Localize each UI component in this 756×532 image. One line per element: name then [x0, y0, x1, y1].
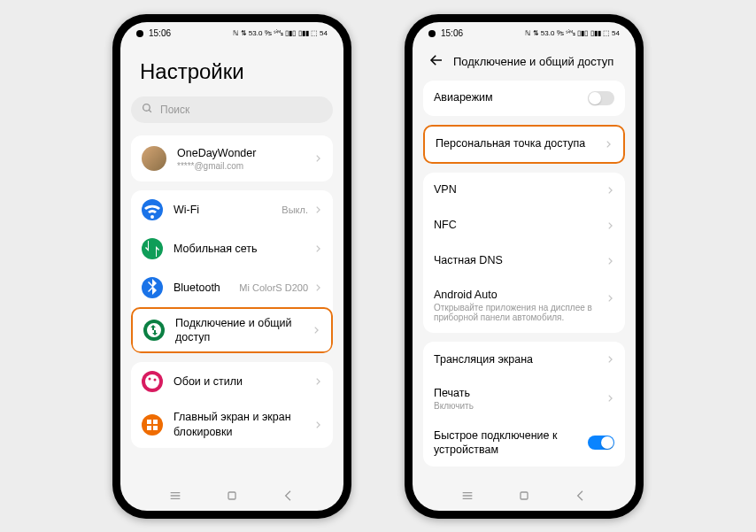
print-label: Печать [434, 386, 606, 400]
fast-label: Быстрое подключение к устройствам [434, 428, 588, 458]
svg-rect-12 [228, 492, 235, 499]
camera-hole [428, 30, 436, 37]
status-icons: ℕ ⇅ 53.0 ᴮ∕s ˢⁱᴹ₂ ▯▮▯ ▯▮▮ ⬚ 54 [525, 29, 620, 37]
clock: 15:06 [441, 28, 463, 38]
svg-point-2 [145, 374, 159, 389]
svg-rect-8 [153, 426, 158, 430]
hotspot-row[interactable]: Персональная точка доступа [425, 127, 623, 162]
chevron-right-icon [606, 351, 614, 367]
palette-icon [142, 371, 163, 392]
chevron-right-icon [313, 202, 322, 218]
print-row[interactable]: Печать Включить [423, 377, 625, 420]
nav-home-icon[interactable] [517, 489, 531, 506]
chevron-right-icon [606, 253, 614, 269]
svg-rect-6 [153, 420, 158, 424]
personalize-card: Обои и стили Главный экран и экран блоки… [131, 362, 333, 448]
chevron-right-icon [313, 150, 322, 166]
search-icon [142, 102, 153, 118]
share-icon [143, 320, 165, 341]
highlighted-row-2: Персональная точка доступа [423, 125, 625, 164]
hotspot-label: Персональная точка доступа [436, 136, 604, 150]
chevron-right-icon [606, 290, 614, 306]
mobile-row[interactable]: Мобильная сеть [131, 229, 333, 268]
wifi-row[interactable]: Wi-Fi Выкл. [131, 190, 333, 229]
android-auto-row[interactable]: Android Auto Открывайте приложения на ди… [423, 279, 625, 333]
wifi-label: Wi-Fi [174, 203, 282, 217]
search-input[interactable]: Поиск [131, 96, 333, 123]
nav-back-icon[interactable] [282, 489, 296, 506]
nav-menu-icon[interactable] [460, 489, 474, 506]
connection-sharing-row[interactable]: Подключение и общий доступ [133, 309, 331, 352]
svg-rect-5 [147, 420, 151, 424]
chevron-right-icon [604, 136, 613, 152]
bluetooth-row[interactable]: Bluetooth Mi ColorS D200 [131, 268, 333, 307]
bluetooth-icon [142, 277, 163, 298]
vpn-label: VPN [434, 182, 606, 197]
back-icon[interactable] [428, 52, 444, 72]
devices-card: Трансляция экрана Печать Включить Быстро… [423, 342, 625, 466]
dns-label: Частная DNS [434, 253, 606, 267]
airplane-label: Авиарежим [434, 90, 588, 104]
airplane-card: Авиарежим [423, 81, 625, 116]
search-placeholder: Поиск [160, 104, 189, 116]
nav-home-icon[interactable] [225, 489, 239, 506]
screen-header: Подключение и общий доступ [423, 45, 625, 81]
chevron-right-icon [313, 280, 322, 296]
bluetooth-value: Mi ColorS D200 [239, 282, 308, 293]
account-name: OneDayWonder [177, 146, 313, 160]
highlighted-row-1: Подключение и общий доступ [131, 307, 333, 354]
screen-right: 15:06 ℕ ⇅ 53.0 ᴮ∕s ˢⁱᴹ₂ ▯▮▯ ▯▮▮ ⬚ 54 Под… [413, 22, 636, 511]
svg-line-1 [149, 110, 151, 112]
svg-point-0 [143, 104, 150, 111]
chevron-right-icon [606, 218, 614, 234]
phone-left: 15:06 ℕ ⇅ 53.0 ᴮ∕s ˢⁱᴹ₂ ▯▮▯ ▯▮▮ ⬚ 54 Нас… [112, 14, 351, 519]
chevron-right-icon [606, 390, 614, 406]
connectivity-card: Wi-Fi Выкл. Мобильная сеть Bluetooth Mi … [131, 190, 333, 354]
home-icon [142, 414, 163, 436]
airplane-toggle[interactable] [588, 91, 614, 105]
avatar [142, 146, 166, 171]
mobile-data-icon [142, 238, 163, 259]
cast-label: Трансляция экрана [434, 352, 606, 366]
screen-left: 15:06 ℕ ⇅ 53.0 ᴮ∕s ˢⁱᴹ₂ ▯▮▯ ▯▮▮ ⬚ 54 Нас… [120, 22, 343, 511]
chevron-right-icon [313, 417, 322, 433]
account-card: OneDayWonder *****@gmail.com [131, 135, 333, 181]
nav-bar [120, 484, 343, 511]
account-row[interactable]: OneDayWonder *****@gmail.com [131, 135, 333, 181]
nav-back-icon[interactable] [574, 489, 588, 506]
status-icons: ℕ ⇅ 53.0 ᴮ∕s ˢⁱᴹ₂ ▯▮▯ ▯▮▮ ⬚ 54 [233, 29, 328, 37]
nav-bar [413, 484, 636, 511]
aauto-label: Android Auto [434, 288, 606, 302]
mobile-label: Мобильная сеть [174, 242, 313, 256]
svg-rect-7 [147, 426, 151, 430]
vpn-row[interactable]: VPN [423, 173, 625, 208]
nav-menu-icon[interactable] [168, 489, 182, 506]
chevron-right-icon [313, 241, 322, 257]
chevron-right-icon [606, 182, 614, 198]
network-card: VPN NFC Частная DNS Android Auto Открыва… [423, 173, 625, 333]
aauto-sub: Открывайте приложения на дисплее в прибо… [434, 303, 606, 322]
nfc-row[interactable]: NFC [423, 208, 625, 243]
camera-hole [136, 30, 143, 37]
connection-label: Подключение и общий доступ [175, 316, 312, 345]
account-email: *****@gmail.com [177, 161, 313, 171]
chevron-right-icon [313, 374, 322, 389]
lockscreen-row[interactable]: Главный экран и экран блокировки [131, 401, 333, 448]
print-sub: Включить [434, 401, 606, 411]
page-title: Настройки [131, 45, 333, 96]
status-bar: 15:06 ℕ ⇅ 53.0 ᴮ∕s ˢⁱᴹ₂ ▯▮▯ ▯▮▮ ⬚ 54 [120, 22, 343, 45]
lockscreen-label: Главный экран и экран блокировки [174, 410, 313, 439]
wallpaper-label: Обои и стили [174, 374, 313, 389]
svg-point-4 [154, 379, 157, 382]
airplane-row[interactable]: Авиарежим [423, 81, 625, 116]
fast-connect-row[interactable]: Быстрое подключение к устройствам [423, 420, 625, 466]
chevron-right-icon [312, 322, 320, 338]
wifi-value: Выкл. [282, 204, 308, 215]
bluetooth-label: Bluetooth [174, 281, 239, 295]
wallpaper-row[interactable]: Обои и стили [131, 362, 333, 401]
status-bar: 15:06 ℕ ⇅ 53.0 ᴮ∕s ˢⁱᴹ₂ ▯▮▯ ▯▮▮ ⬚ 54 [413, 22, 636, 45]
clock: 15:06 [149, 28, 171, 38]
dns-row[interactable]: Частная DNS [423, 243, 625, 279]
fast-connect-toggle[interactable] [588, 436, 614, 450]
cast-row[interactable]: Трансляция экрана [423, 342, 625, 377]
